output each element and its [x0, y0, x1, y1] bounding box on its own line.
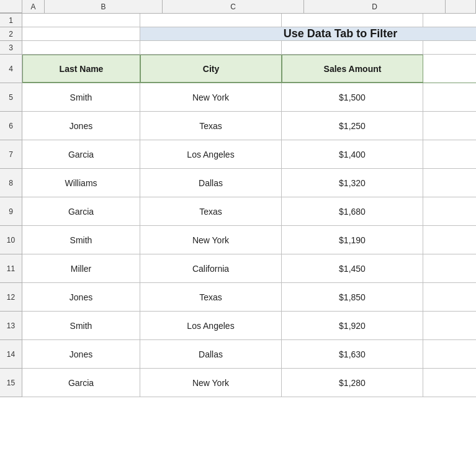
- cell-5rest: [423, 83, 476, 111]
- title-cell: Use Data Tab to Filter: [140, 27, 476, 40]
- table-row: Miller California $1,450: [22, 254, 476, 283]
- row-num-9: 9: [0, 197, 22, 226]
- cell-15c: New York: [140, 369, 282, 397]
- cell-15d: $1,280: [282, 369, 423, 397]
- cell-11c: California: [140, 254, 282, 282]
- col-header-c: C: [163, 0, 304, 13]
- cell-14rest: [423, 340, 476, 368]
- table-row: Garcia Los Angeles $1,400: [22, 140, 476, 169]
- cell-6d: $1,250: [282, 112, 423, 140]
- cell-5d: $1,500: [282, 83, 423, 111]
- row-num-5: 5: [0, 83, 22, 112]
- cell-2b: [22, 27, 140, 40]
- cell-7c: Los Angeles: [140, 140, 282, 168]
- row-3: [22, 41, 476, 55]
- cell-11d: $1,450: [282, 254, 423, 282]
- table-row: Jones Dallas $1,630: [22, 340, 476, 369]
- table-row: Smith New York $1,190: [22, 226, 476, 254]
- cell-6b: Jones: [22, 112, 140, 140]
- cell-8rest: [423, 169, 476, 197]
- cell-8b: Williams: [22, 169, 140, 197]
- cell-15rest: [423, 369, 476, 397]
- col-header-b: B: [45, 0, 163, 13]
- col-header-d: D: [304, 0, 446, 13]
- data-area: Use Data Tab to Filter Last Name City Sa…: [22, 14, 476, 458]
- cell-10rest: [423, 226, 476, 254]
- corner-cell: [0, 0, 22, 13]
- cell-14c: Dallas: [140, 340, 282, 368]
- row-num-15: 15: [0, 369, 22, 397]
- cell-10c: New York: [140, 226, 282, 254]
- row-num-12: 12: [0, 283, 22, 312]
- row-numbers: 1 2 3 4 5 6 7 8 9 10 11 12 13 14 15: [0, 14, 22, 458]
- cell-3d: [282, 41, 423, 54]
- cell-9c: Texas: [140, 197, 282, 225]
- cell-9rest: [423, 197, 476, 225]
- cell-1c: [140, 14, 282, 27]
- cell-14b: Jones: [22, 340, 140, 368]
- cell-13b: Smith: [22, 312, 140, 339]
- row-num-11: 11: [0, 254, 22, 283]
- col-header-a: A: [22, 0, 45, 13]
- cell-6rest: [423, 112, 476, 140]
- row-num-1: 1: [0, 14, 22, 27]
- row-num-7: 7: [0, 140, 22, 169]
- cell-4rest: [423, 55, 476, 83]
- cell-7d: $1,400: [282, 140, 423, 168]
- row-num-10: 10: [0, 226, 22, 254]
- cell-11rest: [423, 254, 476, 282]
- cell-3c: [140, 41, 282, 54]
- cell-8c: Dallas: [140, 169, 282, 197]
- cell-15b: Garcia: [22, 369, 140, 397]
- cell-14d: $1,630: [282, 340, 423, 368]
- row-num-8: 8: [0, 169, 22, 197]
- row-num-14: 14: [0, 340, 22, 369]
- cell-12d: $1,850: [282, 283, 423, 311]
- row-num-6: 6: [0, 112, 22, 140]
- cell-3rest: [423, 41, 476, 54]
- table-row: Garcia New York $1,280 E exceldemyEXCEL …: [22, 369, 476, 397]
- cell-3b: [22, 41, 140, 54]
- cell-5c: New York: [140, 83, 282, 111]
- row-1: [22, 14, 476, 27]
- spreadsheet: A B C D 1 2 3 4 5 6 7 8 9 10 11 12 13 14…: [0, 0, 476, 458]
- cell-1d: [282, 14, 423, 27]
- rows-area: 1 2 3 4 5 6 7 8 9 10 11 12 13 14 15: [0, 14, 476, 458]
- row-2-title: Use Data Tab to Filter: [22, 27, 476, 41]
- cell-1rest: [423, 14, 476, 27]
- cell-12b: Jones: [22, 283, 140, 311]
- cell-10b: Smith: [22, 226, 140, 254]
- table-row: Williams Dallas $1,320: [22, 169, 476, 197]
- cell-6c: Texas: [140, 112, 282, 140]
- col-header-rest: [446, 0, 476, 13]
- cell-9b: Garcia: [22, 197, 140, 225]
- cell-5b: Smith: [22, 83, 140, 111]
- cell-7b: Garcia: [22, 140, 140, 168]
- cell-11b: Miller: [22, 254, 140, 282]
- cell-13rest: [423, 312, 476, 339]
- table-row: Smith New York $1,500: [22, 83, 476, 112]
- cell-13c: Los Angeles: [140, 312, 282, 339]
- header-sales: Sales Amount: [282, 55, 423, 83]
- cell-1b: [22, 14, 140, 27]
- row-num-4: 4: [0, 55, 22, 83]
- table-row: Jones Texas $1,850: [22, 283, 476, 312]
- row-num-13: 13: [0, 312, 22, 340]
- row-4-header: Last Name City Sales Amount: [22, 55, 476, 83]
- header-city: City: [140, 55, 282, 83]
- row-num-3: 3: [0, 41, 22, 55]
- cell-13d: $1,920: [282, 312, 423, 339]
- cell-12rest: [423, 283, 476, 311]
- table-row: Jones Texas $1,250: [22, 112, 476, 140]
- cell-9d: $1,680: [282, 197, 423, 225]
- column-headers: A B C D: [0, 0, 476, 14]
- header-lastname: Last Name: [22, 55, 140, 83]
- row-num-2: 2: [0, 27, 22, 41]
- cell-7rest: [423, 140, 476, 168]
- table-row: Smith Los Angeles $1,920: [22, 312, 476, 340]
- cell-12c: Texas: [140, 283, 282, 311]
- cell-10d: $1,190: [282, 226, 423, 254]
- cell-8d: $1,320: [282, 169, 423, 197]
- table-row: Garcia Texas $1,680: [22, 197, 476, 226]
